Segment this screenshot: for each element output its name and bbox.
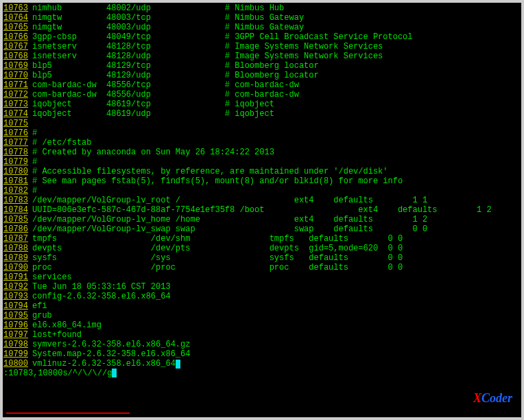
vim-command-text: :10783,10800s/^/\/\//g [3,369,112,378]
terminal-line: 10785/dev/mapper/VolGroup-lv_home /home … [3,215,521,224]
line-number: 10790 [3,263,32,272]
line-content: services [32,272,72,282]
command-cursor [112,369,117,377]
terminal-line: 10773iqobject 48619/tcp # iqobject [3,100,521,109]
line-number: 10786 [3,224,32,234]
line-content: config-2.6.32-358.el6.x86_64 [32,292,171,301]
line-number: 10763 [3,3,32,13]
terminal-line: 10767isnetserv 48128/tcp # Image Systems… [3,42,521,51]
line-content: el6.x86_64.img [32,320,102,330]
command-underline [6,412,130,414]
line-content: # [32,128,37,138]
terminal-line: 10763nimhub 48002/udp # Nimbus Hub [3,3,521,13]
line-content: grub [32,311,52,320]
terminal-line: 10800vmlinuz-2.6.32-358.el6.x86_64 [3,359,521,369]
line-content: tmpfs /dev/shm tmpfs defaults 0 0 [32,234,403,244]
line-number: 10776 [3,128,32,138]
terminal-line: 10781# See man pages fstab(5), findfs(5)… [3,176,521,186]
line-number: 10783 [3,196,32,205]
line-content: UUID=806e3efc-587c-467d-88af-7754e1ef35f… [32,205,492,215]
watermark: XCoder [473,393,512,403]
terminal-line: 10776# [3,128,521,138]
terminal-line: 10786/dev/mapper/VolGroup-lv_swap swap s… [3,224,521,234]
line-number: 10773 [3,100,32,109]
line-content: isnetserv 48128/udp # Image Systems Netw… [32,51,383,61]
terminal-line: 10783/dev/mapper/VolGroup-lv_root / ext4… [3,196,521,205]
line-content: iqobject 48619/udp # iqobject [32,109,274,119]
line-content: proc /proc proc defaults 0 0 [32,263,403,272]
terminal-line: 10769blp5 48129/tcp # Bloomberg locator [3,61,521,71]
terminal-line: 10774iqobject 48619/udp # iqobject [3,109,521,119]
line-number: 10800 [3,359,32,369]
line-content: efi [32,301,47,311]
terminal-line: 10787tmpfs /dev/shm tmpfs defaults 0 0 [3,234,521,244]
line-number: 10799 [3,349,32,359]
line-content: # See man pages fstab(5), findfs(5), mou… [32,176,403,186]
line-number: 10770 [3,71,32,80]
terminal-line: 107663gpp-cbsp 48049/tcp # 3GPP Cell Bro… [3,32,521,42]
line-content: # Created by anaconda on Sun May 26 18:2… [32,148,274,157]
line-number: 10796 [3,320,32,330]
terminal-line: 10779# [3,157,521,167]
terminal-line: 10777# /etc/fstab [3,138,521,148]
line-number: 10795 [3,311,32,320]
line-number: 10765 [3,23,32,32]
line-content: blp5 48129/udp # Bloomberg locator [32,71,319,80]
line-number: 10798 [3,340,32,349]
line-content: nimgtw 48003/tcp # Nimbus Gateway [32,13,304,23]
terminal[interactable]: 10763nimhub 48002/udp # Nimbus Hub10764n… [3,3,521,417]
terminal-line: 10794efi [3,301,521,311]
line-number: 10782 [3,186,32,196]
line-content: /dev/mapper/VolGroup-lv_root / ext4 defa… [32,196,427,205]
line-content: # Accessible filesystems, by reference, … [32,167,388,176]
line-number: 10797 [3,330,32,340]
line-number: 10780 [3,167,32,176]
line-number: 10794 [3,301,32,311]
terminal-line: 10778# Created by anaconda on Sun May 26… [3,148,521,157]
line-number: 10785 [3,215,32,224]
line-content: com-bardac-dw 48556/udp # com-bardac-dw [32,90,299,100]
line-number: 10775 [3,119,32,128]
line-content: # [32,186,37,196]
line-content: nimgtw 48003/udp # Nimbus Gateway [32,23,304,32]
line-content: devpts /dev/pts devpts gid=5,mode=620 0 … [32,244,403,253]
line-number: 10767 [3,42,32,51]
terminal-line: 10799System.map-2.6.32-358.el6.x86_64 [3,349,521,359]
line-content: nimhub 48002/udp # Nimbus Hub [32,3,284,13]
line-number: 10778 [3,148,32,157]
line-content: System.map-2.6.32-358.el6.x86_64 [32,349,190,359]
line-content: Tue Jun 18 05:33:16 CST 2013 [32,282,171,292]
line-number: 10781 [3,176,32,186]
line-number: 10793 [3,292,32,301]
line-number: 10792 [3,282,32,292]
line-number: 10768 [3,51,32,61]
line-content: iqobject 48619/tcp # iqobject [32,100,274,109]
terminal-line: 10792Tue Jun 18 05:33:16 CST 2013 [3,282,521,292]
terminal-line: 10793config-2.6.32-358.el6.x86_64 [3,292,521,301]
terminal-line: 10784UUID=806e3efc-587c-467d-88af-7754e1… [3,205,521,215]
terminal-line: 10765nimgtw 48003/udp # Nimbus Gateway [3,23,521,32]
line-content: /dev/mapper/VolGroup-lv_swap swap swap d… [32,224,427,234]
line-content: lost+found [32,330,82,340]
line-content: # /etc/fstab [32,138,91,148]
line-number: 10789 [3,253,32,263]
line-number: 10774 [3,109,32,119]
terminal-line: 10764nimgtw 48003/tcp # Nimbus Gateway [3,13,521,23]
line-content: com-bardac-dw 48556/tcp # com-bardac-dw [32,80,299,90]
terminal-line: 10768isnetserv 48128/udp # Image Systems… [3,51,521,61]
line-content: blp5 48129/tcp # Bloomberg locator [32,61,319,71]
line-content: 3gpp-cbsp 48049/tcp # 3GPP Cell Broadcas… [32,32,413,42]
terminal-line: 10782# [3,186,521,196]
line-number: 10771 [3,80,32,90]
terminal-line: 10772com-bardac-dw 48556/udp # com-barda… [3,90,521,100]
line-number: 10791 [3,272,32,282]
terminal-line: 10796el6.x86_64.img [3,320,521,330]
terminal-line: 10795grub [3,311,521,320]
line-number: 10777 [3,138,32,148]
line-number: 10772 [3,90,32,100]
command-line-row[interactable]: :10783,10800s/^/\/\//g [3,369,521,378]
terminal-line: 10775 [3,119,521,128]
terminal-line: 10791services [3,272,521,282]
line-content: # [32,157,37,167]
line-number: 10769 [3,61,32,71]
